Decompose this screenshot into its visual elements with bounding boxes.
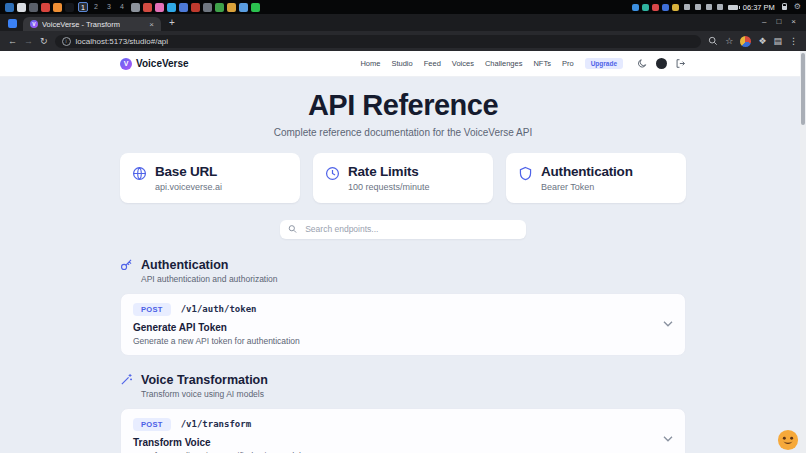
card-value: Bearer Token [541,182,633,192]
search-icon [288,224,297,234]
feedback-widget-icon[interactable] [777,429,799,451]
messenger-icon[interactable] [155,3,164,12]
forward-button[interactable]: → [24,37,33,46]
new-tab-button[interactable]: + [169,18,175,28]
cloud-app-icon[interactable] [239,3,248,12]
header-icons [637,58,686,69]
upgrade-badge[interactable]: Upgrade [585,58,623,69]
tray-indicator-1[interactable] [632,4,639,11]
method-badge: POST [133,418,171,431]
voiceverse-logo-icon: V [120,58,132,70]
nav-challenges[interactable]: Challenges [485,59,523,68]
screen: 1 2 3 4 06:37 PM ⚙ V VoiceVerse - Transf… [0,0,806,453]
brand-logo[interactable]: V VoiceVerse [120,58,189,70]
music-app-icon[interactable] [191,3,200,12]
endpoint-name: Generate API Token [133,322,673,333]
ide-app-icon[interactable] [41,3,50,12]
file-manager-icon[interactable] [17,3,26,12]
tray-indicator-2[interactable] [642,4,649,11]
endpoint-path: /v1/auth/token [181,304,257,314]
screenshot-tool-icon[interactable] [131,3,140,12]
wand-icon [120,373,133,386]
nav-studio[interactable]: Studio [391,59,412,68]
meet-app-icon[interactable] [215,3,224,12]
toolbar-search-icon[interactable] [708,36,718,46]
network-icon[interactable] [684,4,690,10]
mail-app-icon[interactable] [179,3,188,12]
dark-mode-moon-icon[interactable] [637,58,648,69]
card-title: Base URL [155,164,222,179]
system-tray: 06:37 PM ⚙ [632,3,801,12]
scrollbar-thumb[interactable] [801,53,805,125]
browser-logo-icon[interactable] [8,19,17,28]
endpoint-description: Generate a new API token for authenticat… [133,336,673,346]
whatsapp-icon[interactable] [251,3,260,12]
workspace-1[interactable]: 1 [78,2,88,12]
search-bar [280,220,526,239]
authentication-card: Authentication Bearer Token [506,153,686,203]
notifications-icon[interactable] [717,4,723,10]
extensions-icon[interactable]: ❖ [758,37,766,46]
section-header: Authentication API authentication and au… [120,258,686,284]
chevron-down-icon[interactable] [663,436,673,443]
tray-indicator-5[interactable] [672,4,679,11]
firefox-icon[interactable] [53,3,62,12]
nav-voices[interactable]: Voices [452,59,474,68]
workspace-2[interactable]: 2 [91,2,101,12]
nav-pro[interactable]: Pro [562,59,574,68]
camera-app-icon[interactable] [203,3,212,12]
window-maximize-button[interactable]: □ [776,18,781,26]
endpoint-name: Transform Voice [133,437,673,448]
settings-gear-icon[interactable]: ⚙ [794,3,801,11]
taskbar-apps-left [5,3,74,12]
page-scrollbar[interactable] [800,51,806,453]
tray-indicators [632,4,679,11]
url-text: localhost:5173/studio#/api [76,37,169,46]
editor-app-icon[interactable] [29,3,38,12]
chevron-down-icon[interactable] [663,321,673,328]
address-bar[interactable]: i localhost:5173/studio#/api [55,35,702,48]
shield-icon [518,166,533,181]
terminal-icon[interactable] [65,3,74,12]
card-value: 100 requests/minute [348,182,430,192]
workspace-4[interactable]: 4 [117,2,127,12]
user-avatar[interactable] [656,58,667,69]
side-panel-icon[interactable]: ▤ [773,37,782,46]
bluetooth-icon[interactable] [695,4,701,10]
window-minimize-button[interactable]: – [762,18,766,26]
lock-icon [782,6,787,10]
key-icon [120,258,133,271]
back-button[interactable]: ← [8,37,17,46]
rate-limits-card: Rate Limits 100 requests/minute [313,153,493,203]
tab-close-icon[interactable]: × [149,20,154,29]
site-info-icon[interactable]: i [62,37,71,46]
nav-home[interactable]: Home [360,59,380,68]
nav-nfts[interactable]: NFTs [533,59,551,68]
browser-tab[interactable]: V VoiceVerse - Transform × [23,17,161,31]
nav-feed[interactable]: Feed [424,59,441,68]
browser-profile-avatar[interactable] [740,36,751,47]
search-input[interactable] [303,223,518,235]
notes-app-icon[interactable] [227,3,236,12]
vscode-icon[interactable] [167,3,176,12]
section-header: Voice Transformation Transform voice usi… [120,373,686,399]
media-player-icon[interactable] [143,3,152,12]
app-menu-icon[interactable] [5,3,14,12]
logout-icon[interactable] [675,58,686,69]
taskbar-clock[interactable]: 06:37 PM [743,3,775,12]
browser-menu-icon[interactable]: ⋮ [789,37,798,46]
page-subtitle: Complete reference documentation for the… [0,127,806,138]
endpoint-transform-voice[interactable]: POST /v1/transform Transform Voice Trans… [120,408,686,453]
section-subtitle: API authentication and authorization [141,274,278,284]
bookmark-star-icon[interactable]: ☆ [725,37,733,46]
card-title: Authentication [541,164,633,179]
endpoint-generate-api-token[interactable]: POST /v1/auth/token Generate API Token G… [120,293,686,356]
volume-icon[interactable] [706,4,712,10]
hero: API Reference Complete reference documen… [0,77,806,138]
tray-indicator-4[interactable] [662,4,669,11]
reload-button[interactable]: ↻ [40,37,48,46]
tray-indicator-3[interactable] [652,4,659,11]
workspace-3[interactable]: 3 [104,2,114,12]
window-close-button[interactable]: × [791,18,796,26]
section-voice-transformation: Voice Transformation Transform voice usi… [120,373,686,453]
